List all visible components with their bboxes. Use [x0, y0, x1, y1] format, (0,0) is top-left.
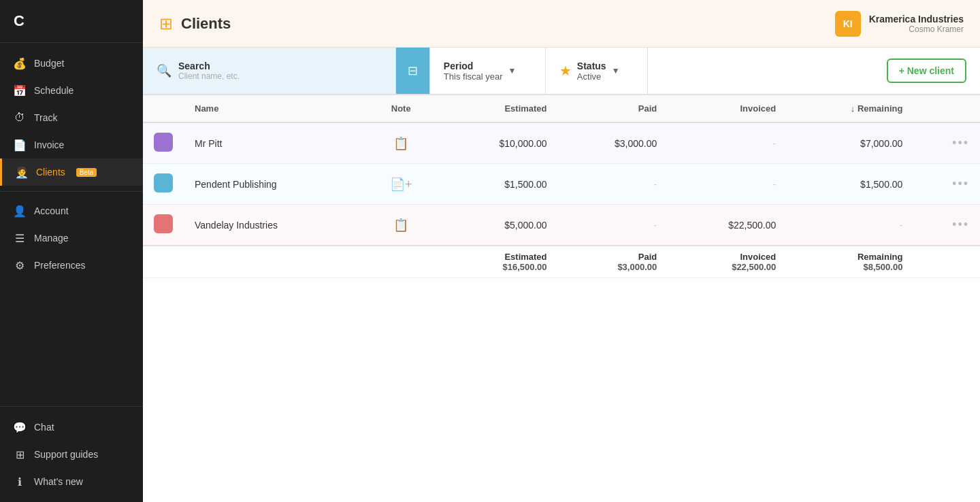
totals-invoiced-value: $22,500.00 [679, 262, 776, 272]
sidebar-item-whats-new[interactable]: ℹ What's new [0, 468, 143, 495]
dash: - [900, 220, 903, 231]
sidebar-item-label: Invoice [34, 139, 64, 150]
account-icon: 👤 [14, 205, 26, 217]
totals-empty-3 [363, 246, 439, 278]
toolbar-spacer [648, 48, 873, 94]
company-name: Kramerica Industries [869, 14, 964, 24]
note-add-icon[interactable]: 📄+ [390, 178, 412, 191]
row-paid-cell: - [558, 164, 668, 205]
sidebar-item-track[interactable]: ⏱ Track [0, 104, 143, 131]
sidebar-item-account[interactable]: 👤 Account [0, 197, 143, 224]
col-note: Note [363, 95, 439, 122]
page-title: Clients [181, 15, 231, 33]
main-content: ⊞ Clients KI Kramerica Industries Cosmo … [143, 0, 980, 502]
row-avatar-cell [143, 122, 184, 164]
row-estimated-cell: $10,000.00 [439, 122, 558, 164]
period-texts: Period This fiscal year [444, 61, 503, 82]
header-right: KI Kramerica Industries Cosmo Kramer [835, 11, 964, 37]
note-doc-icon[interactable]: 📋 [393, 218, 408, 232]
col-actions [913, 95, 980, 122]
table-row: Pendent Publishing 📄+ $1,500.00 - - $1,5… [143, 164, 980, 205]
avatar [154, 133, 173, 152]
row-actions-cell[interactable]: ••• [913, 164, 980, 205]
sidebar-item-label: Preferences [34, 260, 85, 271]
row-note-cell[interactable]: 📄+ [363, 164, 439, 205]
sidebar-item-label: Chat [34, 422, 54, 433]
avatar [154, 173, 173, 193]
dash: - [654, 179, 657, 190]
col-invoiced: Invoiced [668, 95, 787, 122]
toolbar: 🔍 Search Client name, etc. ⊟ Period This… [143, 48, 980, 95]
sidebar-item-preferences[interactable]: ⚙ Preferences [0, 252, 143, 279]
company-user: Cosmo Kramer [869, 24, 964, 34]
row-name-cell[interactable]: Pendent Publishing [184, 164, 363, 205]
row-note-cell[interactable]: 📋 [363, 122, 439, 164]
row-actions-cell[interactable]: ••• [913, 205, 980, 246]
filter-button[interactable]: ⊟ [396, 48, 430, 94]
sidebar-item-label: Track [34, 112, 57, 123]
totals-estimated-cell: Estimated $16,500.00 [439, 246, 558, 278]
status-filter[interactable]: ★ Status Active ▼ [546, 48, 648, 94]
more-options-button[interactable]: ••• [952, 136, 969, 150]
table-row: Vandelay Industries 📋 $5,000.00 - $22,50… [143, 205, 980, 246]
sidebar-item-invoice[interactable]: 📄 Invoice [0, 131, 143, 158]
support-icon: ⊞ [14, 448, 26, 461]
totals-empty-4 [913, 246, 980, 278]
more-options-button[interactable]: ••• [952, 218, 969, 231]
status-chevron-icon: ▼ [612, 66, 620, 76]
dash: - [654, 220, 657, 231]
totals-remaining-value: $8,500.00 [798, 262, 902, 272]
avatar [154, 214, 173, 233]
clients-icon: 🧑‍💼 [16, 166, 28, 178]
beta-badge: Beta [76, 168, 97, 177]
sidebar-item-schedule[interactable]: 📅 Schedule [0, 77, 143, 104]
row-note-cell[interactable]: 📋 [363, 205, 439, 246]
schedule-icon: 📅 [14, 84, 26, 97]
totals-empty-2 [184, 246, 363, 278]
sidebar-item-support[interactable]: ⊞ Support guides [0, 441, 143, 468]
preferences-icon: ⚙ [14, 259, 26, 271]
row-name-cell[interactable]: Mr Pitt [184, 122, 363, 164]
row-invoiced-cell: - [668, 122, 787, 164]
col-estimated: Estimated [439, 95, 558, 122]
totals-invoiced-cell: Invoiced $22,500.00 [668, 246, 787, 278]
sidebar-divider [0, 191, 143, 192]
table-header-row: Name Note Estimated Paid Invoiced ↓ Rema… [143, 95, 980, 122]
sidebar-item-label: Account [34, 205, 69, 216]
sidebar-item-label: Manage [34, 233, 69, 244]
page-header: ⊞ Clients KI Kramerica Industries Cosmo … [143, 0, 980, 48]
period-filter[interactable]: Period This fiscal year ▼ [430, 48, 546, 94]
sidebar-item-manage[interactable]: ☰ Manage [0, 224, 143, 252]
manage-icon: ☰ [14, 232, 26, 244]
status-texts: Status Active [577, 61, 606, 82]
note-doc-icon[interactable]: 📋 [393, 137, 408, 150]
col-avatar [143, 95, 184, 122]
totals-estimated-value: $16,500.00 [450, 262, 547, 272]
dash: - [773, 179, 777, 190]
row-invoiced-cell: - [668, 164, 787, 205]
search-area[interactable]: 🔍 Search Client name, etc. [143, 48, 396, 94]
col-remaining: ↓ Remaining [787, 95, 913, 122]
totals-paid-label: Paid [569, 252, 657, 262]
row-estimated-cell: $1,500.00 [439, 164, 558, 205]
col-name: Name [184, 95, 363, 122]
new-client-button[interactable]: + New client [887, 58, 966, 83]
sidebar-item-chat[interactable]: 💬 Chat [0, 414, 143, 441]
more-options-button[interactable]: ••• [952, 177, 969, 190]
sidebar-item-clients[interactable]: 🧑‍💼 Clients Beta [0, 158, 143, 186]
sidebar-item-label: Support guides [34, 449, 98, 460]
sidebar-item-budget[interactable]: 💰 Budget [0, 50, 143, 77]
status-label: Status [577, 61, 606, 71]
sidebar-logo: C [0, 0, 143, 43]
info-icon: ℹ [14, 475, 26, 488]
row-name-cell[interactable]: Vandelay Industries [184, 205, 363, 246]
star-icon: ★ [559, 63, 572, 79]
chat-icon: 💬 [14, 421, 26, 433]
company-info: Kramerica Industries Cosmo Kramer [869, 14, 964, 34]
row-actions-cell[interactable]: ••• [913, 122, 980, 164]
sidebar-bottom: 💬 Chat ⊞ Support guides ℹ What's new [0, 406, 143, 502]
budget-icon: 💰 [14, 57, 26, 69]
search-texts: Search Client name, etc. [178, 61, 240, 81]
clients-header-icon: ⊞ [159, 14, 173, 33]
search-icon: 🔍 [157, 63, 172, 78]
